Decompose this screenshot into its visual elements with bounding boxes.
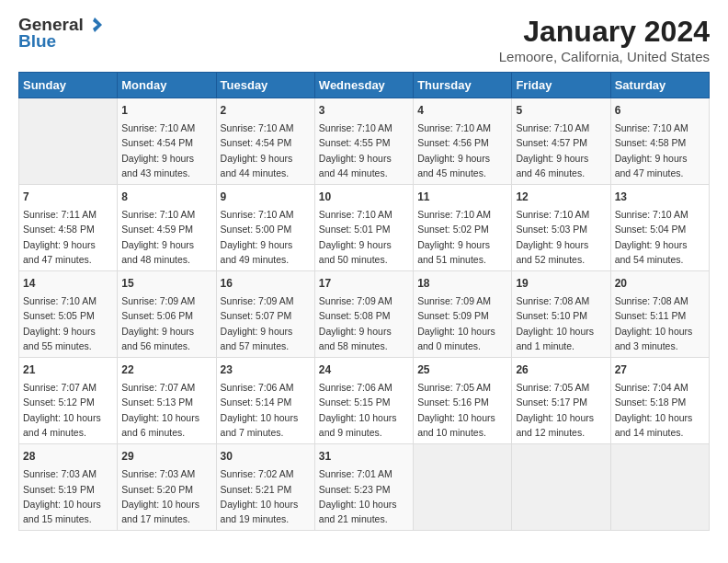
day-number: 23 [221, 362, 311, 378]
logo-icon [85, 16, 104, 34]
title-block: January 2024 Lemoore, California, United… [499, 15, 710, 64]
day-number: 17 [319, 275, 409, 292]
day-number: 16 [221, 275, 311, 292]
day-info: Sunrise: 7:10 AM Sunset: 5:00 PM Dayligh… [221, 207, 311, 267]
day-info: Sunrise: 7:09 AM Sunset: 5:08 PM Dayligh… [319, 293, 409, 353]
day-info: Sunrise: 7:02 AM Sunset: 5:21 PM Dayligh… [221, 466, 311, 526]
day-number: 31 [319, 448, 409, 465]
day-info: Sunrise: 7:10 AM Sunset: 5:04 PM Dayligh… [615, 207, 705, 267]
calendar-cell: 8Sunrise: 7:10 AM Sunset: 4:59 PM Daylig… [118, 185, 216, 271]
calendar-week-row: 1Sunrise: 7:10 AM Sunset: 4:54 PM Daylig… [19, 98, 710, 185]
calendar-cell: 11Sunrise: 7:10 AM Sunset: 5:02 PM Dayli… [414, 185, 512, 271]
calendar-cell: 23Sunrise: 7:06 AM Sunset: 5:14 PM Dayli… [216, 358, 314, 444]
day-info: Sunrise: 7:11 AM Sunset: 4:58 PM Dayligh… [23, 207, 113, 267]
column-header-thursday: Thursday [414, 73, 512, 98]
day-info: Sunrise: 7:07 AM Sunset: 5:13 PM Dayligh… [121, 380, 211, 440]
day-number: 24 [319, 362, 409, 378]
day-info: Sunrise: 7:09 AM Sunset: 5:07 PM Dayligh… [221, 293, 311, 353]
day-info: Sunrise: 7:06 AM Sunset: 5:15 PM Dayligh… [319, 380, 409, 440]
day-info: Sunrise: 7:08 AM Sunset: 5:10 PM Dayligh… [516, 293, 606, 353]
calendar-cell: 18Sunrise: 7:09 AM Sunset: 5:09 PM Dayli… [414, 271, 512, 358]
page-header: General Blue January 2024 Lemoore, Calif… [18, 15, 710, 64]
calendar-cell: 31Sunrise: 7:01 AM Sunset: 5:23 PM Dayli… [314, 444, 413, 531]
day-number: 14 [23, 275, 113, 292]
day-number: 1 [121, 102, 211, 119]
calendar-cell: 22Sunrise: 7:07 AM Sunset: 5:13 PM Dayli… [118, 358, 216, 444]
day-info: Sunrise: 7:10 AM Sunset: 5:05 PM Dayligh… [23, 293, 113, 353]
calendar-cell: 19Sunrise: 7:08 AM Sunset: 5:10 PM Dayli… [512, 271, 610, 358]
day-info: Sunrise: 7:05 AM Sunset: 5:16 PM Dayligh… [417, 380, 507, 440]
day-number: 7 [23, 189, 113, 205]
day-number: 13 [615, 189, 705, 205]
day-number: 30 [221, 448, 311, 465]
calendar-cell: 28Sunrise: 7:03 AM Sunset: 5:19 PM Dayli… [19, 444, 118, 531]
day-number: 12 [516, 189, 606, 205]
calendar-cell: 24Sunrise: 7:06 AM Sunset: 5:15 PM Dayli… [314, 358, 413, 444]
day-number: 5 [516, 102, 606, 119]
day-number: 2 [221, 102, 311, 119]
day-number: 10 [319, 189, 409, 205]
calendar-cell: 27Sunrise: 7:04 AM Sunset: 5:18 PM Dayli… [610, 358, 709, 444]
day-number: 11 [417, 189, 507, 205]
svg-marker-0 [93, 17, 102, 32]
calendar-cell: 12Sunrise: 7:10 AM Sunset: 5:03 PM Dayli… [512, 185, 610, 271]
calendar-cell: 6Sunrise: 7:10 AM Sunset: 4:58 PM Daylig… [610, 98, 709, 185]
calendar-cell: 20Sunrise: 7:08 AM Sunset: 5:11 PM Dayli… [610, 271, 709, 358]
day-number: 8 [121, 189, 211, 205]
calendar-cell: 21Sunrise: 7:07 AM Sunset: 5:12 PM Dayli… [19, 358, 118, 444]
calendar-cell: 16Sunrise: 7:09 AM Sunset: 5:07 PM Dayli… [216, 271, 314, 358]
day-number: 26 [516, 362, 606, 378]
day-info: Sunrise: 7:03 AM Sunset: 5:20 PM Dayligh… [121, 466, 211, 526]
column-header-wednesday: Wednesday [314, 73, 413, 98]
day-info: Sunrise: 7:09 AM Sunset: 5:06 PM Dayligh… [121, 293, 211, 353]
day-number: 18 [417, 275, 507, 292]
day-info: Sunrise: 7:10 AM Sunset: 4:54 PM Dayligh… [221, 121, 311, 180]
calendar-cell [19, 98, 118, 185]
day-number: 3 [319, 102, 409, 119]
day-info: Sunrise: 7:10 AM Sunset: 4:56 PM Dayligh… [417, 121, 507, 180]
day-number: 15 [121, 275, 211, 292]
day-info: Sunrise: 7:07 AM Sunset: 5:12 PM Dayligh… [23, 380, 113, 440]
column-header-tuesday: Tuesday [216, 73, 314, 98]
calendar-cell: 17Sunrise: 7:09 AM Sunset: 5:08 PM Dayli… [314, 271, 413, 358]
day-number: 19 [516, 275, 606, 292]
calendar-cell: 1Sunrise: 7:10 AM Sunset: 4:54 PM Daylig… [118, 98, 216, 185]
calendar-cell: 29Sunrise: 7:03 AM Sunset: 5:20 PM Dayli… [118, 444, 216, 531]
logo-blue-text: Blue [18, 31, 56, 52]
day-info: Sunrise: 7:10 AM Sunset: 4:57 PM Dayligh… [516, 121, 606, 180]
calendar-cell: 3Sunrise: 7:10 AM Sunset: 4:55 PM Daylig… [314, 98, 413, 185]
day-info: Sunrise: 7:10 AM Sunset: 4:59 PM Dayligh… [121, 207, 211, 267]
day-number: 28 [23, 448, 113, 465]
day-number: 9 [221, 189, 311, 205]
calendar-table: SundayMondayTuesdayWednesdayThursdayFrid… [18, 72, 710, 531]
column-header-saturday: Saturday [610, 73, 709, 98]
day-info: Sunrise: 7:10 AM Sunset: 5:01 PM Dayligh… [319, 207, 409, 267]
day-number: 21 [23, 362, 113, 378]
calendar-cell: 2Sunrise: 7:10 AM Sunset: 4:54 PM Daylig… [216, 98, 314, 185]
day-info: Sunrise: 7:10 AM Sunset: 5:03 PM Dayligh… [516, 207, 606, 267]
calendar-week-row: 7Sunrise: 7:11 AM Sunset: 4:58 PM Daylig… [19, 185, 710, 271]
logo: General Blue [18, 15, 106, 52]
day-info: Sunrise: 7:10 AM Sunset: 4:58 PM Dayligh… [615, 121, 705, 180]
calendar-cell: 4Sunrise: 7:10 AM Sunset: 4:56 PM Daylig… [414, 98, 512, 185]
day-info: Sunrise: 7:03 AM Sunset: 5:19 PM Dayligh… [23, 466, 113, 526]
day-info: Sunrise: 7:09 AM Sunset: 5:09 PM Dayligh… [417, 293, 507, 353]
calendar-cell: 13Sunrise: 7:10 AM Sunset: 5:04 PM Dayli… [610, 185, 709, 271]
day-info: Sunrise: 7:01 AM Sunset: 5:23 PM Dayligh… [319, 466, 409, 526]
calendar-cell: 14Sunrise: 7:10 AM Sunset: 5:05 PM Dayli… [19, 271, 118, 358]
calendar-cell: 30Sunrise: 7:02 AM Sunset: 5:21 PM Dayli… [216, 444, 314, 531]
page-title: January 2024 [499, 15, 710, 49]
day-info: Sunrise: 7:08 AM Sunset: 5:11 PM Dayligh… [615, 293, 705, 353]
calendar-cell [414, 444, 512, 531]
day-number: 4 [417, 102, 507, 119]
day-number: 29 [121, 448, 211, 465]
calendar-week-row: 21Sunrise: 7:07 AM Sunset: 5:12 PM Dayli… [19, 358, 710, 444]
day-info: Sunrise: 7:05 AM Sunset: 5:17 PM Dayligh… [516, 380, 606, 440]
calendar-cell: 26Sunrise: 7:05 AM Sunset: 5:17 PM Dayli… [512, 358, 610, 444]
day-info: Sunrise: 7:06 AM Sunset: 5:14 PM Dayligh… [221, 380, 311, 440]
column-header-sunday: Sunday [19, 73, 118, 98]
day-info: Sunrise: 7:10 AM Sunset: 4:55 PM Dayligh… [319, 121, 409, 180]
page-subtitle: Lemoore, California, United States [499, 49, 710, 64]
calendar-cell: 25Sunrise: 7:05 AM Sunset: 5:16 PM Dayli… [414, 358, 512, 444]
column-header-friday: Friday [512, 73, 610, 98]
